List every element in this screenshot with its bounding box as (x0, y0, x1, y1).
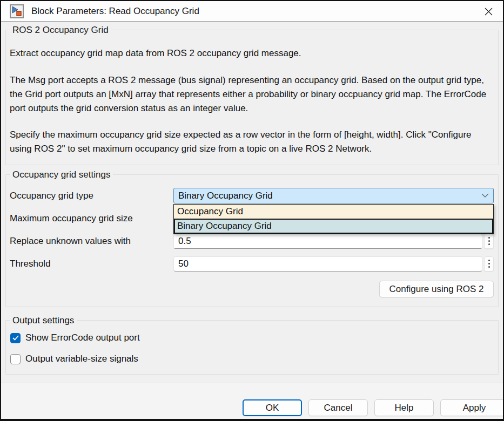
configure-button-row: Configure using ROS 2 (9, 281, 494, 297)
replace-unknown-values-label: Replace unknown values with (9, 236, 173, 247)
dropdown-option-binary-occupancy-grid[interactable]: Binary Occupancy Grid (174, 219, 493, 234)
threshold-label: Threshold (9, 259, 173, 269)
section-legend-ros2: ROS 2 Occupancy Grid (10, 24, 111, 36)
combobox-value: Binary Occupancy Grid (178, 191, 481, 201)
close-icon (484, 7, 493, 16)
description-line-2: The Msg port accepts a ROS 2 message (bu… (9, 73, 495, 116)
show-errorcode-row: Show ErrorCode output port (10, 332, 494, 343)
show-errorcode-label: Show ErrorCode output port (25, 332, 140, 343)
kebab-dots-icon (488, 260, 490, 261)
ok-button[interactable]: OK (243, 399, 302, 416)
maximum-occupancy-grid-size-label: Maximum occupancy grid size (9, 213, 173, 224)
block-parameters-dialog: Block Parameters: Read Occupancy Grid RO… (0, 0, 504, 421)
row-occupancy-grid-type: Occupancy grid type Binary Occupancy Gri… (9, 188, 494, 203)
replace-unknown-kebab-menu-button[interactable] (484, 234, 494, 249)
replace-unknown-values-input[interactable] (173, 234, 482, 249)
apply-button[interactable]: Apply (440, 399, 504, 416)
show-errorcode-checkbox[interactable] (10, 333, 21, 343)
output-variable-size-checkbox[interactable] (10, 354, 21, 364)
row-replace-unknown-values: Replace unknown values with (9, 233, 494, 249)
simulink-block-icon (10, 4, 24, 18)
dropdown-option-occupancy-grid[interactable]: Occupancy Grid (174, 205, 493, 219)
grid-type-dropdown-popup: Occupancy Grid Binary Occupancy Grid (173, 204, 494, 234)
description-line-1: Extract occupancy grid map data from ROS… (9, 46, 495, 60)
configure-using-ros2-button[interactable]: Configure using ROS 2 (379, 281, 494, 297)
cancel-button[interactable]: Cancel (308, 399, 368, 416)
close-button[interactable] (479, 3, 498, 19)
checkmark-icon (12, 335, 19, 341)
output-variable-size-row: Output variable-size signals (10, 354, 494, 364)
title-bar: Block Parameters: Read Occupancy Grid (1, 1, 503, 22)
section-ros2-occupancy-grid: ROS 2 Occupancy Grid Extract occupancy g… (5, 30, 499, 165)
threshold-kebab-menu-button[interactable] (484, 256, 494, 271)
dialog-title: Block Parameters: Read Occupancy Grid (31, 6, 479, 17)
dialog-content: ROS 2 Occupancy Grid Extract occupancy g… (1, 22, 503, 383)
section-occupancy-grid-settings: Occupancy grid settings Occupancy grid t… (5, 174, 499, 307)
occupancy-grid-type-combobox[interactable]: Binary Occupancy Grid (173, 188, 494, 203)
parameter-rows: Occupancy grid type Binary Occupancy Gri… (9, 188, 494, 271)
help-button[interactable]: Help (374, 399, 434, 416)
kebab-dots-icon (488, 237, 490, 239)
occupancy-grid-type-label: Occupancy grid type (9, 191, 173, 201)
output-variable-size-label: Output variable-size signals (25, 354, 138, 364)
threshold-input[interactable] (173, 256, 482, 271)
description-line-3: Specify the maximum occupancy grid size … (9, 128, 495, 156)
section-legend-grid-settings: Occupancy grid settings (10, 169, 113, 180)
row-threshold: Threshold (9, 256, 494, 271)
dialog-button-bar: OK Cancel Help Apply (1, 383, 503, 419)
section-output-settings: Output settings Show ErrorCode output po… (5, 320, 499, 375)
section-legend-output-settings: Output settings (10, 315, 77, 326)
chevron-down-icon (481, 193, 489, 198)
